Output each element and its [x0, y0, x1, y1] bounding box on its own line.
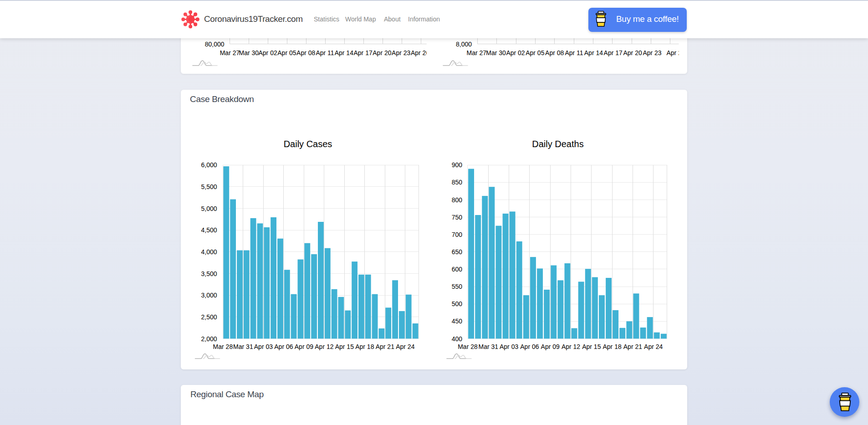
svg-text:4,000: 4,000 — [201, 248, 217, 256]
svg-text:6,000: 6,000 — [201, 161, 217, 169]
svg-text:Daily Deaths: Daily Deaths — [532, 139, 583, 149]
svg-text:2,000: 2,000 — [201, 335, 217, 343]
svg-text:400: 400 — [452, 335, 463, 343]
svg-text:550: 550 — [452, 283, 463, 290]
svg-text:Apr 12: Apr 12 — [315, 343, 333, 350]
svg-text:500: 500 — [452, 300, 463, 307]
svg-text:Apr 21: Apr 21 — [623, 343, 642, 350]
svg-text:5,000: 5,000 — [201, 205, 217, 212]
svg-text:800: 800 — [452, 196, 463, 204]
svg-text:Apr 18: Apr 18 — [602, 343, 621, 350]
svg-text:750: 750 — [452, 214, 463, 221]
svg-text:Daily Cases: Daily Cases — [284, 139, 332, 149]
svg-text:Apr 09: Apr 09 — [295, 343, 313, 350]
svg-text:4,500: 4,500 — [201, 226, 217, 234]
svg-text:Apr 03: Apr 03 — [500, 343, 518, 350]
svg-text:600: 600 — [452, 266, 463, 273]
svg-text:3,000: 3,000 — [201, 292, 217, 299]
svg-text:850: 850 — [452, 179, 463, 186]
svg-text:5,500: 5,500 — [201, 183, 217, 190]
svg-text:Apr 24: Apr 24 — [396, 343, 414, 350]
svg-text:2,500: 2,500 — [201, 313, 217, 321]
svg-text:Apr 12: Apr 12 — [562, 343, 580, 350]
svg-text:Apr 03: Apr 03 — [254, 343, 273, 350]
svg-text:Mar 28: Mar 28 — [458, 343, 478, 350]
svg-text:Mar 31: Mar 31 — [479, 343, 499, 350]
svg-text:Apr 06: Apr 06 — [274, 343, 293, 350]
svg-text:Apr 06: Apr 06 — [520, 343, 539, 350]
svg-text:Apr 15: Apr 15 — [582, 343, 601, 350]
svg-text:Mar 31: Mar 31 — [233, 343, 253, 350]
svg-text:450: 450 — [452, 317, 463, 325]
svg-text:700: 700 — [452, 231, 463, 238]
svg-text:3,500: 3,500 — [201, 270, 217, 277]
svg-text:900: 900 — [452, 161, 463, 169]
svg-text:Apr 15: Apr 15 — [335, 343, 354, 350]
svg-text:Apr 21: Apr 21 — [376, 343, 394, 350]
svg-text:Apr 24: Apr 24 — [644, 343, 663, 350]
svg-text:650: 650 — [452, 248, 463, 256]
svg-text:Mar 28: Mar 28 — [213, 343, 233, 350]
svg-text:Apr 18: Apr 18 — [355, 343, 374, 350]
svg-text:Apr 09: Apr 09 — [541, 343, 560, 350]
